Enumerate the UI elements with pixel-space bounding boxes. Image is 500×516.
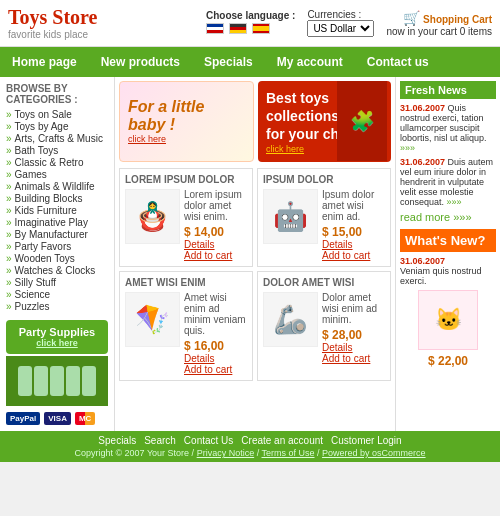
footer-link[interactable]: Contact Us xyxy=(184,435,233,446)
whats-new-section: What's New? xyxy=(400,229,496,252)
category-link[interactable]: Party Favors xyxy=(6,241,108,252)
category-link[interactable]: Classic & Retro xyxy=(6,157,108,168)
baby-banner-link[interactable]: click here xyxy=(128,134,245,144)
category-link[interactable]: Bath Toys xyxy=(6,145,108,156)
category-link[interactable]: Games xyxy=(6,169,108,180)
shopping-cart: 🛒 Shopping Cart now in your cart 0 items xyxy=(386,10,492,37)
logo-area: Toys Store favorite kids place xyxy=(8,6,206,40)
category-link[interactable]: Toys on Sale xyxy=(6,109,108,120)
footer-link[interactable]: Search xyxy=(144,435,176,446)
product-description: Ipsum dolor amet wisi enim ad. xyxy=(322,189,385,222)
product-addcart-link[interactable]: Add to cart xyxy=(322,250,385,261)
product-item: 🤖Ipsum dolor amet wisi enim ad.$ 15,00De… xyxy=(263,189,385,261)
list-item: Silly Stuff xyxy=(6,277,108,288)
category-link[interactable]: Science xyxy=(6,289,108,300)
product-section-s1: Lorem Ipsum Dolor🪆Lorem ipsum dolor amet… xyxy=(119,168,253,267)
cart-title[interactable]: Shopping Cart xyxy=(423,14,492,25)
nav-contact[interactable]: Contact us xyxy=(355,47,441,77)
category-title: Browse by Categories : xyxy=(6,83,108,105)
category-link[interactable]: Building Blocks xyxy=(6,193,108,204)
list-item: Toys by Age xyxy=(6,121,108,132)
terms-link[interactable]: Terms of Use xyxy=(262,448,315,458)
kitty-emoji: 🐱 xyxy=(435,307,462,333)
product-addcart-link[interactable]: Add to cart xyxy=(322,353,385,364)
read-more-link[interactable]: read more »»» xyxy=(400,211,496,223)
flag-es[interactable] xyxy=(252,23,270,34)
category-link[interactable]: Animals & Wildlife xyxy=(6,181,108,192)
new-item-text: Veniam quis nostrud exerci. xyxy=(400,266,496,286)
list-item: Building Blocks xyxy=(6,193,108,204)
party-banner-link[interactable]: click here xyxy=(12,338,102,348)
product-addcart-link[interactable]: Add to cart xyxy=(184,250,247,261)
footer-link[interactable]: Create an account xyxy=(241,435,323,446)
news-item: 31.06.2007 Duis autem vel eum iriure dol… xyxy=(400,157,496,207)
product-section-title: Amet Wisi Enim xyxy=(125,277,247,288)
nav-specials[interactable]: Specials xyxy=(192,47,265,77)
currency-label: Currencies : xyxy=(307,9,374,20)
list-item: Kids Furniture xyxy=(6,205,108,216)
category-link[interactable]: Watches & Clocks xyxy=(6,265,108,276)
currency-selector: Currencies : US Dollar Euro xyxy=(307,9,374,37)
category-link[interactable]: Kids Furniture xyxy=(6,205,108,216)
nav-new-products[interactable]: New products xyxy=(89,47,192,77)
flag-uk[interactable] xyxy=(206,23,224,34)
footer-link[interactable]: Customer Login xyxy=(331,435,402,446)
main-area: Browse by Categories : Toys on SaleToys … xyxy=(0,77,500,431)
product-info: Dolor amet wisi enim ad minim.$ 28,00Det… xyxy=(322,292,385,364)
product-image: 🪁 xyxy=(125,292,180,347)
nav-my-account[interactable]: My account xyxy=(265,47,355,77)
payment-logos: PayPal VISA MC xyxy=(6,412,108,425)
product-price: $ 16,00 xyxy=(184,339,247,353)
center-column: For a little baby ! click here Best toys… xyxy=(115,77,395,431)
product-details-link[interactable]: Details xyxy=(184,353,247,364)
cart-status: now in your cart 0 items xyxy=(386,26,492,37)
product-image: 🤖 xyxy=(263,189,318,244)
best-toys-image: 🧩 xyxy=(337,81,387,161)
product-section-title: Lorem Ipsum Dolor xyxy=(125,174,247,185)
list-item: Puzzles xyxy=(6,301,108,312)
header: Toys Store favorite kids place Choose la… xyxy=(0,0,500,47)
product-info: Lorem ipsum dolor amet wisi enim.$ 14,00… xyxy=(184,189,247,261)
copyright-text: Copyright © 2007 Your Store / xyxy=(74,448,194,458)
product-section-title: Ipsum Dolor xyxy=(263,174,385,185)
product-info: Amet wisi enim ad minim veniam quis.$ 16… xyxy=(184,292,247,375)
privacy-link[interactable]: Privacy Notice xyxy=(197,448,255,458)
new-item: 31.06.2007 Veniam quis nostrud exerci. xyxy=(400,256,496,286)
logo-subtitle: favorite kids place xyxy=(8,29,206,40)
product-description: Dolor amet wisi enim ad minim. xyxy=(322,292,385,325)
news-more-link[interactable]: »»» xyxy=(400,143,415,153)
list-item: Games xyxy=(6,169,108,180)
category-link[interactable]: Toys by Age xyxy=(6,121,108,132)
category-link[interactable]: Imaginative Play xyxy=(6,217,108,228)
category-link[interactable]: By Manufacturer xyxy=(6,229,108,240)
list-item: Bath Toys xyxy=(6,145,108,156)
logo-title: Toys Store xyxy=(8,6,206,29)
right-column: Fresh News 31.06.2007 Quis nostrud exerc… xyxy=(395,77,500,431)
language-label: Choose language : xyxy=(206,10,295,21)
currency-select[interactable]: US Dollar Euro xyxy=(307,20,374,37)
list-item: Toys on Sale xyxy=(6,109,108,120)
product-addcart-link[interactable]: Add to cart xyxy=(184,364,247,375)
main-navigation: Home page New products Specials My accou… xyxy=(0,47,500,77)
product-price: $ 28,00 xyxy=(322,328,385,342)
product-details-link[interactable]: Details xyxy=(322,239,385,250)
baby-text-line2: baby ! xyxy=(128,116,245,134)
news-item: 31.06.2007 Quis nostrud exerci, tation u… xyxy=(400,103,496,153)
news-date: 31.06.2007 xyxy=(400,103,448,113)
fresh-news-items: 31.06.2007 Quis nostrud exerci, tation u… xyxy=(400,103,496,207)
product-details-link[interactable]: Details xyxy=(322,342,385,353)
promo-banners: For a little baby ! click here Best toys… xyxy=(119,81,391,162)
footer-link[interactable]: Specials xyxy=(98,435,136,446)
flag-de[interactable] xyxy=(229,23,247,34)
news-more-link[interactable]: »»» xyxy=(447,197,462,207)
category-link[interactable]: Puzzles xyxy=(6,301,108,312)
new-item-price: $ 22,00 xyxy=(400,354,496,368)
category-link[interactable]: Wooden Toys xyxy=(6,253,108,264)
product-details-link[interactable]: Details xyxy=(184,239,247,250)
nav-home[interactable]: Home page xyxy=(0,47,89,77)
oscommerce-link[interactable]: Powered by osCommerce xyxy=(322,448,426,458)
category-link[interactable]: Arts, Crafts & Music xyxy=(6,133,108,144)
fresh-news-section: Fresh News 31.06.2007 Quis nostrud exerc… xyxy=(400,81,496,223)
category-link[interactable]: Silly Stuff xyxy=(6,277,108,288)
kids-figures xyxy=(18,366,96,396)
